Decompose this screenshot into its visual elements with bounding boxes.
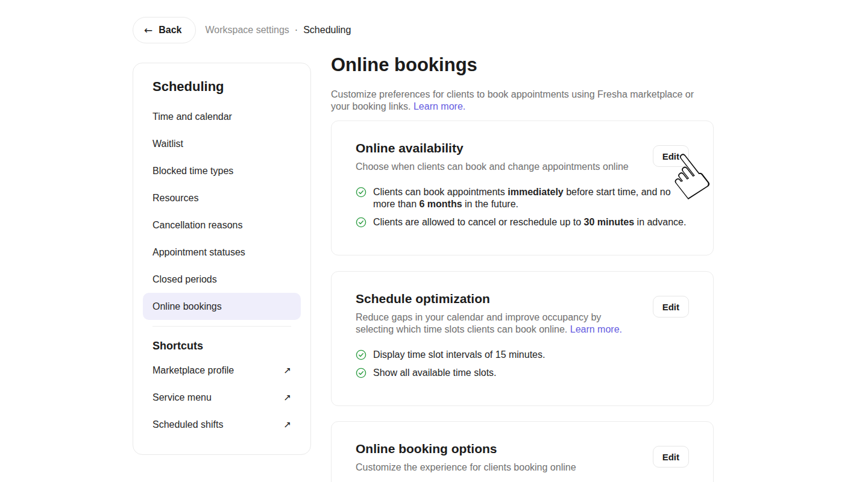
- shortcut-service-menu[interactable]: Service menu ↗: [143, 384, 301, 411]
- sidebar-item-label: Closed periods: [153, 274, 217, 285]
- emphasis-text: 6 months: [419, 199, 462, 209]
- back-button-label: Back: [159, 25, 181, 36]
- bullet-text: Display time slot intervals of 15 minute…: [373, 349, 545, 361]
- check-circle-icon: [356, 187, 366, 198]
- page-intro: Customize preferences for clients to boo…: [331, 89, 706, 113]
- emphasis-text: immediately: [508, 187, 563, 197]
- external-link-icon: ↗: [283, 419, 291, 430]
- card-description: Choose when clients can book and change …: [356, 161, 639, 173]
- sidebar-item-label: Cancellation reasons: [153, 220, 242, 231]
- sidebar-item-label: Resources: [153, 193, 198, 204]
- shortcut-label: Scheduled shifts: [153, 419, 223, 430]
- breadcrumb: Workspace settings · Scheduling: [206, 25, 351, 36]
- external-link-icon: ↗: [283, 392, 291, 403]
- text-segment: Clients are allowed to cancel or resched…: [373, 217, 584, 227]
- edit-online-availability-button[interactable]: Edit: [653, 145, 689, 167]
- card-title: Online booking options: [356, 441, 689, 457]
- back-arrow-icon: ←: [144, 25, 153, 36]
- sidebar-item-blocked-time-types[interactable]: Blocked time types: [143, 157, 301, 184]
- sidebar-item-waitlist[interactable]: Waitlist: [143, 130, 301, 157]
- card-online-booking-options: Online booking options Edit Customize th…: [331, 421, 714, 482]
- top-bar: ← Back Workspace settings · Scheduling: [133, 17, 351, 43]
- learn-more-link[interactable]: Learn more.: [414, 101, 465, 111]
- text-segment: Choose when clients can book and change …: [356, 161, 629, 172]
- sidebar-divider: [153, 326, 291, 327]
- sidebar-item-online-bookings[interactable]: Online bookings: [143, 293, 301, 320]
- text-segment: Show all available time slots.: [373, 368, 497, 378]
- card-description: Reduce gaps in your calendar and improve…: [356, 311, 639, 336]
- shortcut-marketplace-profile[interactable]: Marketplace profile ↗: [143, 357, 301, 384]
- sidebar-item-resources[interactable]: Resources: [143, 184, 301, 211]
- check-circle-icon: [356, 217, 366, 228]
- card-schedule-optimization: Schedule optimization Edit Reduce gaps i…: [331, 271, 714, 406]
- card-title: Online availability: [356, 140, 689, 156]
- text-segment: in advance.: [634, 217, 686, 227]
- sidebar-item-label: Online bookings: [153, 301, 222, 312]
- external-link-icon: ↗: [283, 365, 291, 376]
- card-description: Customize the experience for clients boo…: [356, 462, 639, 474]
- settings-sidebar: Scheduling Time and calendar Waitlist Bl…: [133, 63, 311, 455]
- bullet-list: Clients can book appointments immediatel…: [356, 186, 689, 228]
- bullet-item: Clients are allowed to cancel or resched…: [356, 216, 689, 228]
- breadcrumb-separator: ·: [295, 25, 298, 36]
- sidebar-title: Scheduling: [143, 79, 301, 95]
- text-segment: Clients can book appointments: [373, 187, 508, 197]
- breadcrumb-parent[interactable]: Workspace settings: [206, 25, 289, 36]
- text-segment: Reduce gaps in your calendar and improve…: [356, 312, 601, 334]
- sidebar-item-label: Waitlist: [153, 139, 183, 149]
- breadcrumb-current: Scheduling: [303, 25, 351, 36]
- text-segment: in the future.: [462, 199, 518, 209]
- page-title: Online bookings: [331, 54, 477, 76]
- card-online-availability: Online availability Edit Choose when cli…: [331, 120, 714, 255]
- check-circle-icon: [356, 368, 366, 378]
- shortcuts-title: Shortcuts: [143, 339, 301, 353]
- bullet-item: Clients can book appointments immediatel…: [356, 186, 689, 210]
- sidebar-item-label: Time and calendar: [153, 111, 232, 122]
- sidebar-item-closed-periods[interactable]: Closed periods: [143, 266, 301, 293]
- sidebar-item-label: Appointment statuses: [153, 247, 245, 258]
- shortcut-label: Service menu: [153, 392, 212, 403]
- edit-online-booking-options-button[interactable]: Edit: [653, 446, 689, 468]
- text-segment: Customize preferences for clients to boo…: [331, 89, 694, 111]
- shortcut-scheduled-shifts[interactable]: Scheduled shifts ↗: [143, 411, 301, 438]
- learn-more-link[interactable]: Learn more.: [570, 324, 622, 334]
- check-circle-icon: [356, 349, 366, 360]
- sidebar-item-cancellation-reasons[interactable]: Cancellation reasons: [143, 211, 301, 239]
- bullet-text: Show all available time slots.: [373, 367, 497, 379]
- edit-schedule-optimization-button[interactable]: Edit: [653, 296, 689, 318]
- sidebar-item-appointment-statuses[interactable]: Appointment statuses: [143, 239, 301, 266]
- bullet-item: Display time slot intervals of 15 minute…: [356, 349, 689, 361]
- card-title: Schedule optimization: [356, 291, 689, 307]
- emphasis-text: 30 minutes: [584, 217, 635, 227]
- text-segment: Customize the experience for clients boo…: [356, 462, 576, 472]
- back-button[interactable]: ← Back: [133, 17, 196, 43]
- bullet-text: Clients can book appointments immediatel…: [373, 186, 689, 210]
- text-segment: Display time slot intervals of 15 minute…: [373, 349, 545, 360]
- sidebar-item-time-and-calendar[interactable]: Time and calendar: [143, 103, 301, 130]
- bullet-text: Clients are allowed to cancel or resched…: [373, 216, 686, 228]
- sidebar-item-label: Blocked time types: [153, 166, 233, 177]
- shortcut-label: Marketplace profile: [153, 365, 234, 376]
- bullet-list: Display time slot intervals of 15 minute…: [356, 349, 689, 379]
- bullet-item: Show all available time slots.: [356, 367, 689, 379]
